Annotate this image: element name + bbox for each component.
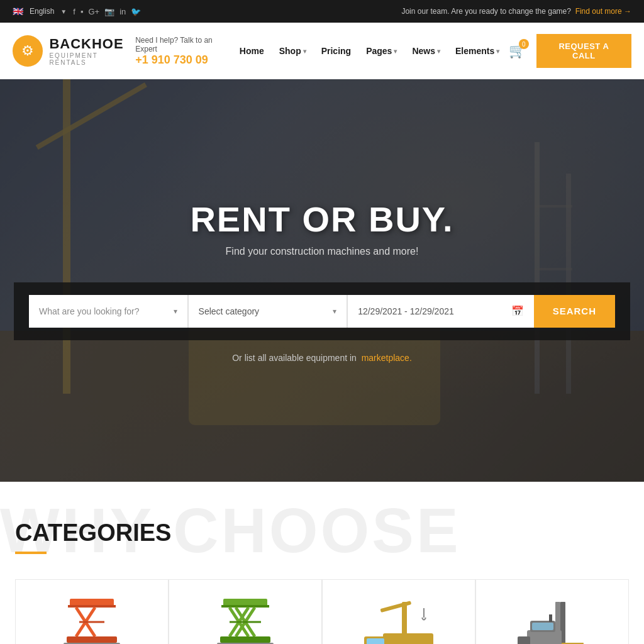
brand-name: BACKHOE — [49, 36, 135, 52]
googleplus-icon[interactable]: G+ — [89, 7, 100, 16]
contact-phone[interactable]: +1 910 730 09 — [135, 53, 233, 67]
svg-rect-28 — [220, 636, 270, 643]
categories-grid — [15, 579, 629, 644]
category-card-forklift[interactable] — [475, 579, 629, 644]
categories-heading: CATEGORIES — [15, 519, 629, 547]
svg-rect-54 — [549, 614, 552, 622]
top-bar-right: Join our team. Are you ready to change t… — [401, 7, 631, 16]
svg-rect-50 — [527, 630, 562, 644]
header: ⚙ BACKHOE EQUIPMENT RENTALS Need I help?… — [0, 23, 644, 79]
svg-rect-37 — [402, 602, 407, 635]
nav-news[interactable]: News ▾ — [406, 41, 447, 61]
search-category-arrow: ▾ — [333, 307, 336, 316]
twitter-icon[interactable]: 🐦 — [131, 7, 141, 16]
calendar-icon: 📅 — [511, 305, 524, 317]
svg-rect-15 — [67, 636, 117, 643]
category-img-forklift — [514, 599, 590, 644]
instagram-icon[interactable]: 📷 — [104, 7, 114, 16]
categories-underline — [15, 552, 47, 554]
join-text: Join our team. Are you ready to change t… — [401, 7, 571, 16]
hero-marketplace: Or list all available equipment in marke… — [232, 353, 412, 363]
search-what-arrow: ▾ — [174, 307, 177, 316]
search-what-field[interactable]: What are you looking for? ▾ — [29, 295, 187, 328]
svg-rect-51 — [518, 636, 530, 644]
category-img-scissor-orange — [54, 599, 130, 644]
cart-badge: 0 — [519, 39, 529, 49]
nav-pricing[interactable]: Pricing — [315, 41, 357, 61]
tumblr-icon[interactable]: ▪ — [80, 7, 84, 16]
svg-rect-22 — [221, 605, 269, 608]
language-arrow[interactable]: ▼ — [60, 8, 67, 15]
category-img-scissor-green — [208, 599, 283, 644]
nav-home[interactable]: Home — [233, 41, 270, 61]
nav-elements[interactable]: Elements ▾ — [449, 41, 506, 61]
category-card-crane[interactable] — [322, 579, 475, 644]
contact-label: Need I help? Talk to an Expert — [135, 36, 233, 53]
category-card-scissor-green[interactable] — [169, 579, 322, 644]
request-call-button[interactable]: REQUEST A CALL — [536, 34, 631, 68]
search-category-placeholder: Select category — [199, 306, 260, 316]
social-icons: f ▪ G+ 📷 in 🐦 — [73, 7, 141, 16]
search-category-field[interactable]: Select category ▾ — [189, 295, 347, 328]
logo-icon: ⚙ — [13, 35, 43, 67]
category-img-crane — [358, 599, 440, 644]
svg-rect-53 — [532, 623, 553, 630]
find-out-link[interactable]: Find out more → — [575, 7, 631, 16]
hero-title: RENT OR BUY. — [190, 199, 453, 240]
brand-subtitle: EQUIPMENT RENTALS — [49, 52, 135, 66]
search-date-value: 12/29/2021 - 12/29/2021 — [358, 306, 454, 316]
linkedin-icon[interactable]: in — [119, 7, 126, 16]
cart-button[interactable]: 🛒 0 — [506, 39, 528, 63]
hero-content: RENT OR BUY. Find your construction mach… — [0, 79, 644, 482]
logo-text: BACKHOE EQUIPMENT RENTALS — [49, 36, 135, 66]
shop-dropdown-arrow: ▾ — [303, 48, 306, 55]
flag-icon: 🇬🇧 — [13, 6, 23, 16]
hero-subtitle: Find your construction machines and more… — [226, 246, 419, 257]
contact-box: Need I help? Talk to an Expert +1 910 73… — [135, 36, 233, 67]
svg-rect-34 — [383, 633, 433, 644]
nav-shop[interactable]: Shop ▾ — [273, 41, 313, 61]
top-bar-left: 🇬🇧 English ▼ f ▪ G+ 📷 in 🐦 — [13, 6, 141, 16]
facebook-icon[interactable]: f — [73, 7, 75, 16]
search-what-placeholder: What are you looking for? — [39, 306, 140, 316]
news-dropdown-arrow: ▾ — [437, 48, 440, 55]
search-date-field[interactable]: 12/29/2021 - 12/29/2021 📅 — [348, 295, 534, 328]
categories-section: WHY CHOOSE CATEGORIES — [0, 482, 644, 644]
pages-dropdown-arrow: ▾ — [394, 48, 397, 55]
header-right: 🛒 0 REQUEST A CALL — [506, 34, 631, 68]
search-button[interactable]: SEARCH — [534, 295, 615, 328]
search-bar: What are you looking for? ▾ Select categ… — [14, 282, 630, 340]
top-bar: 🇬🇧 English ▼ f ▪ G+ 📷 in 🐦 Join our team… — [0, 0, 644, 23]
nav-pages[interactable]: Pages ▾ — [360, 41, 403, 61]
marketplace-link[interactable]: marketplace. — [362, 353, 412, 363]
main-nav: Home Shop ▾ Pricing Pages ▾ News ▾ Eleme… — [233, 41, 506, 61]
marketplace-text: Or list all available equipment in — [232, 353, 357, 363]
elements-dropdown-arrow: ▾ — [496, 48, 499, 55]
svg-rect-36 — [367, 638, 384, 644]
svg-rect-11 — [68, 605, 116, 608]
category-card-scissor-orange[interactable] — [15, 579, 169, 644]
hero-section: RENT OR BUY. Find your construction mach… — [0, 79, 644, 482]
language-label[interactable]: English — [30, 7, 54, 16]
logo[interactable]: ⚙ BACKHOE EQUIPMENT RENTALS — [13, 35, 135, 67]
